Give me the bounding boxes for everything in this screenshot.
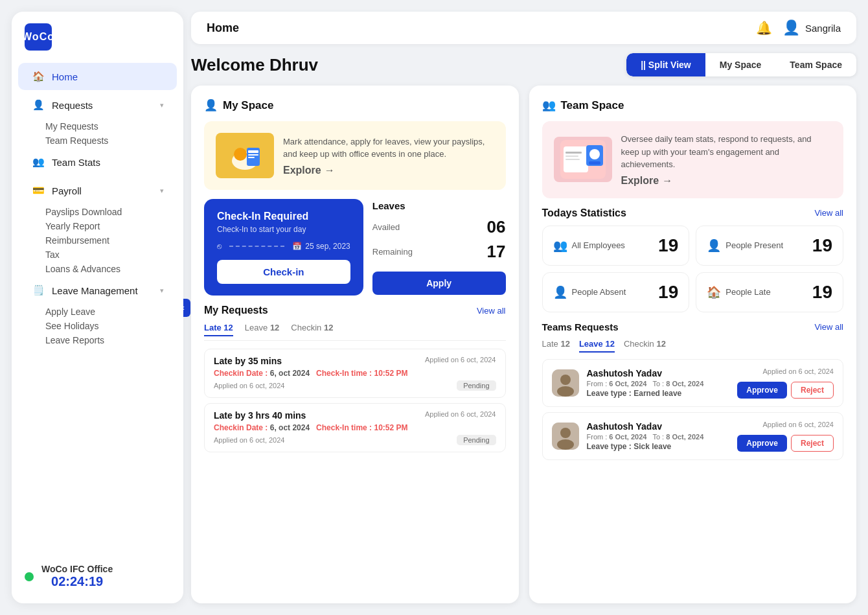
- user-area[interactable]: 👤 Sangrila: [782, 19, 841, 36]
- sidebar-item-label: Team Stats: [52, 157, 164, 168]
- team-tab-checkin[interactable]: Checkin 12: [624, 339, 666, 353]
- approve-button[interactable]: Approve: [737, 382, 787, 399]
- reject-button[interactable]: Reject: [791, 382, 834, 399]
- today-stats-view-all[interactable]: View all: [814, 208, 843, 218]
- check-in-button[interactable]: Check-in: [217, 260, 350, 284]
- svg-rect-5: [248, 154, 258, 156]
- late-count: 19: [812, 282, 832, 303]
- chevron-down-icon: ▾: [160, 101, 164, 110]
- online-indicator: [25, 572, 34, 581]
- my-space-explore-link[interactable]: Explore →: [283, 165, 494, 176]
- requester-name: Aashutosh Yadav: [587, 368, 730, 378]
- svg-rect-14: [589, 161, 600, 165]
- bell-icon[interactable]: 🔔: [756, 20, 772, 36]
- svg-rect-4: [248, 150, 258, 153]
- req-applied-bottom: Applied on 6 oct, 2024: [214, 382, 284, 389]
- team-tab-late[interactable]: Late 12: [542, 339, 570, 353]
- remaining-number: 17: [487, 242, 506, 262]
- leave-type: Leave type : Sick leave: [587, 442, 730, 451]
- sidebar-item-label: Leave Management: [52, 285, 154, 296]
- sidebar-item-my-requests[interactable]: My Requests: [12, 119, 183, 133]
- approve-button[interactable]: Approve: [737, 435, 787, 452]
- svg-point-17: [557, 386, 574, 397]
- my-requests-section: My Requests View all Late 12 Leave 12 Ch…: [204, 305, 506, 452]
- leave-icon: 🗒️: [31, 283, 45, 297]
- my-requests-title: My Requests: [204, 305, 268, 316]
- team-req-applied: Applied on 6 oct, 2024: [763, 367, 834, 375]
- sidebar-bottom: WoCo IFC Office 02:24:19: [12, 553, 183, 592]
- action-buttons: Approve Reject: [737, 435, 834, 452]
- teams-requests-tabs: Late 12 Leave 12 Checkin 12: [542, 339, 844, 353]
- sidebar-item-loans[interactable]: Loans & Advances: [12, 262, 183, 276]
- tab-leave[interactable]: Leave 12: [245, 323, 280, 336]
- stat-label: All Employees: [572, 240, 625, 250]
- stat-label: People Present: [725, 240, 783, 250]
- stat-label-row: 👥 All Employees: [553, 238, 625, 253]
- payroll-icon: 💳: [31, 183, 45, 198]
- reject-button[interactable]: Reject: [791, 435, 834, 452]
- sidebar-item-team-requests[interactable]: Team Requests: [12, 133, 183, 148]
- my-requests-view-all[interactable]: View all: [477, 306, 506, 316]
- tab-late[interactable]: Late 12: [204, 323, 233, 336]
- tab-checkin[interactable]: Checkin 12: [291, 323, 333, 336]
- request-row: Late by 3 hrs 40 mins Applied on 6 oct, …: [204, 403, 506, 452]
- team-tab-leave[interactable]: Leave 12: [579, 339, 615, 353]
- chevron-down-icon: ▾: [160, 286, 164, 295]
- req-applied-bottom: Applied on 6 oct, 2024: [214, 436, 284, 444]
- avatar: [552, 369, 579, 397]
- svg-rect-6: [248, 157, 255, 158]
- sidebar-item-tax[interactable]: Tax: [12, 248, 183, 262]
- stat-label-row: 👤 People Present: [707, 238, 783, 253]
- team-req-info: Aashutosh Yadav From : 6 Oct, 2024 To : …: [587, 368, 730, 398]
- sidebar-item-team-stats[interactable]: 👥 Team Stats: [18, 148, 177, 176]
- employees-count: 19: [658, 235, 678, 256]
- team-space-button[interactable]: Team Space: [775, 53, 856, 76]
- checkin-block: Check-In Required Check-In to start your…: [204, 199, 363, 296]
- stat-label: People Absent: [572, 287, 626, 297]
- stat-card-present: 👤 People Present 19: [696, 226, 843, 266]
- team-space-explore-link[interactable]: Explore →: [621, 175, 832, 187]
- team-req-actions: Applied on 6 oct, 2024 Approve Reject: [737, 367, 834, 399]
- sidebar-item-apply-leave[interactable]: Apply Leave: [12, 305, 183, 319]
- team-space-title: 👥 Team Space: [542, 99, 844, 112]
- sidebar-item-requests[interactable]: 👤 Requests ▾: [18, 91, 177, 119]
- req-top: Late by 3 hrs 40 mins Applied on 6 oct, …: [214, 410, 496, 421]
- checkin-row: Check-In Required Check-In to start your…: [204, 199, 506, 296]
- sidebar-item-home[interactable]: 🏠 Home: [18, 63, 177, 90]
- user-avatar-icon: 👤: [782, 19, 800, 36]
- team-space-illustration: [554, 137, 612, 182]
- topbar-right: 🔔 👤 Sangrila: [756, 19, 841, 36]
- sidebar-item-yearly-report[interactable]: Yearly Report: [12, 219, 183, 233]
- absent-count: 19: [658, 282, 678, 303]
- req-details: Checkin Date : 6, oct 2024 Check-In time…: [214, 369, 496, 378]
- sidebar-item-leave-reports[interactable]: Leave Reports: [12, 333, 183, 347]
- sidebar-item-reimbursement[interactable]: Reimbursement: [12, 233, 183, 248]
- svg-rect-10: [565, 156, 578, 157]
- req-title: Late by 3 hrs 40 mins: [214, 410, 306, 421]
- team-space-icon: 👥: [542, 99, 556, 112]
- apply-leave-button[interactable]: Apply: [372, 272, 506, 295]
- split-view-button[interactable]: || Split View: [626, 53, 705, 76]
- today-stats-header: Todays Statistics View all: [542, 207, 844, 219]
- my-space-button[interactable]: My Space: [705, 53, 776, 76]
- sidebar-item-see-holidays[interactable]: See Holidays: [12, 319, 183, 333]
- svg-point-16: [560, 375, 571, 385]
- teams-requests-view-all[interactable]: View all: [814, 322, 843, 332]
- request-row: Late by 35 mins Applied on 6 oct, 2024 C…: [204, 349, 506, 398]
- team-req-info: Aashutosh Yadav From : 6 Oct, 2024 To : …: [587, 421, 730, 451]
- absent-icon: 👤: [553, 285, 567, 299]
- checkin-title: Check-In Required: [217, 211, 350, 222]
- sidebar-collapse-button[interactable]: ‹: [183, 299, 190, 317]
- svg-rect-11: [565, 159, 580, 160]
- sidebar-item-payroll[interactable]: 💳 Payroll ▾: [18, 177, 177, 204]
- sidebar-item-payslips[interactable]: Payslips Download: [12, 205, 183, 219]
- team-req-actions: Applied on 6 oct, 2024 Approve Reject: [737, 421, 834, 452]
- topbar: Home 🔔 👤 Sangrila: [191, 12, 856, 44]
- late-icon: 🏠: [707, 285, 721, 299]
- stats-grid: 👥 All Employees 19 👤 People Present 19: [542, 226, 844, 312]
- present-count: 19: [812, 235, 832, 256]
- team-space-panel: 👥 Team Space Oversee daily team stats, r…: [529, 86, 857, 603]
- availed-number: 06: [487, 217, 506, 237]
- page-title: Home: [207, 21, 239, 35]
- sidebar-item-leave-management[interactable]: 🗒️ Leave Management ▾: [18, 277, 177, 304]
